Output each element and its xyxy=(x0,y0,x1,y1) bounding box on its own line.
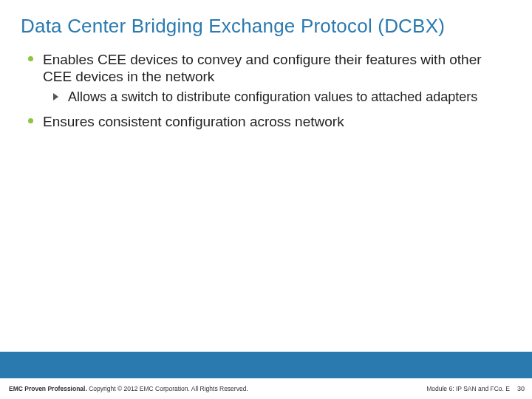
slide-content: Enables CEE devices to convey and config… xyxy=(0,38,532,130)
slide-title: Data Center Bridging Exchange Protocol (… xyxy=(0,0,532,38)
bullet-level2: Allows a switch to distribute configurat… xyxy=(31,89,511,106)
bullet-text: Allows a switch to distribute configurat… xyxy=(68,89,477,104)
bullet-level1: Ensures consistent configuration across … xyxy=(31,113,511,130)
bullet-dot-icon xyxy=(28,118,33,123)
bullet-dot-icon xyxy=(28,56,33,61)
footer-copyright: Copyright © 2012 EMC Corporation. All Ri… xyxy=(87,385,248,392)
footer-left: EMC Proven Professional. Copyright © 201… xyxy=(9,385,248,392)
slide: Data Center Bridging Exchange Protocol (… xyxy=(0,0,532,399)
footer: EMC Proven Professional. Copyright © 201… xyxy=(0,378,532,399)
footer-brand: EMC Proven Professional. xyxy=(9,385,87,392)
footer-module: Module 6: IP SAN and FCo. E xyxy=(426,385,510,392)
bullet-text: Enables CEE devices to convey and config… xyxy=(43,52,482,84)
footer-right: Module 6: IP SAN and FCo. E 30 xyxy=(426,385,525,392)
footer-accent-bar xyxy=(0,352,532,378)
bullet-level1: Enables CEE devices to convey and config… xyxy=(31,51,511,85)
bullet-text: Ensures consistent configuration across … xyxy=(43,114,344,129)
page-number: 30 xyxy=(517,385,525,392)
bullet-triangle-icon xyxy=(53,93,58,100)
